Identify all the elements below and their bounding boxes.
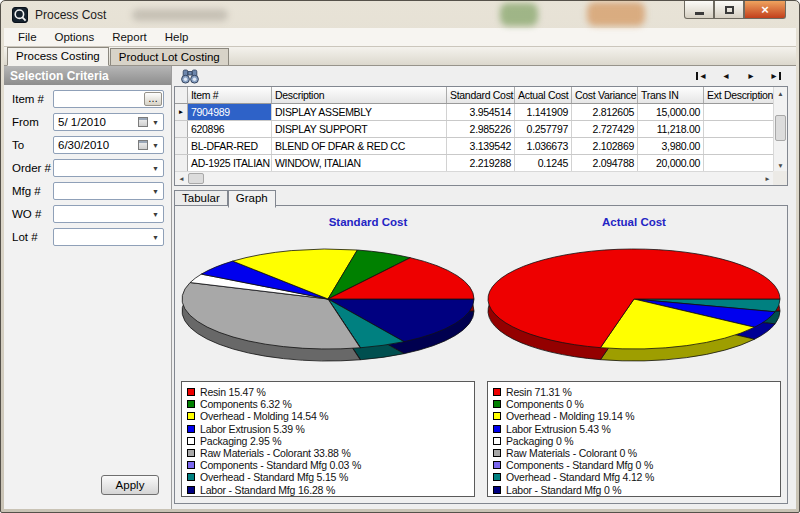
grid-cell[interactable]: DISPLAY ASSEMBLY: [272, 104, 447, 120]
next-record-button[interactable]: ►: [743, 69, 759, 82]
grid-horizontal-scrollbar[interactable]: ◄ ►: [175, 171, 774, 185]
grid-cell[interactable]: 1.141909: [515, 104, 572, 120]
column-header-6[interactable]: Trans IN: [638, 87, 704, 103]
grid-cell[interactable]: 0.257797: [515, 121, 572, 137]
scrollbar-thumb[interactable]: [775, 115, 786, 141]
legend-item: Overhead - Standard Mfg 4.12 %: [493, 471, 780, 483]
menu-help[interactable]: Help: [156, 29, 198, 46]
grid-vertical-scrollbar[interactable]: ▲ ▼: [773, 87, 787, 172]
grid-cell[interactable]: 0.1245: [515, 155, 572, 171]
field-row-lot-number: Lot #▼: [12, 228, 164, 246]
grid-cell[interactable]: 3.139542: [447, 138, 515, 154]
standard-cost-legend: Resin 15.47 %Components 6.32 %Overhead -…: [181, 381, 475, 497]
table-row[interactable]: ►7904989DISPLAY ASSEMBLY3.9545141.141909…: [175, 104, 774, 121]
first-record-icon: ◄: [699, 71, 707, 81]
grid-cell[interactable]: BLEND OF DFAR & RED CC: [272, 138, 447, 154]
tab-tabular[interactable]: Tabular: [174, 190, 228, 206]
wo-number-input[interactable]: ▼: [53, 205, 164, 223]
row-selector[interactable]: [175, 155, 188, 171]
grid-cell[interactable]: 20,000.00: [638, 155, 704, 171]
legend-swatch: [187, 461, 195, 469]
scrollbar-thumb[interactable]: [188, 173, 204, 184]
legend-item: Raw Materials - Colorant 0 %: [493, 447, 780, 459]
calendar-icon[interactable]: [138, 140, 148, 150]
grid-cell[interactable]: AD-1925 ITALIAN: [188, 155, 272, 171]
legend-label: Components 0 %: [506, 398, 584, 410]
grid-cell[interactable]: DISPLAY SUPPORT: [272, 121, 447, 137]
previous-record-button[interactable]: ◄: [718, 69, 734, 82]
legend-label: Packaging 2.95 %: [200, 435, 281, 447]
lot-number-label: Lot #: [12, 231, 53, 243]
title-bar[interactable]: Process Cost ×: [4, 1, 796, 28]
find-icon[interactable]: [180, 68, 200, 85]
grid-cell[interactable]: 11,218.00: [638, 121, 704, 137]
scroll-left-icon[interactable]: ◄: [175, 172, 188, 185]
grid-cell[interactable]: WINDOW, ITALIAN: [272, 155, 447, 171]
grid-cell[interactable]: 2.985226: [447, 121, 515, 137]
chevron-down-icon[interactable]: ▼: [150, 188, 163, 195]
standard-cost-chart: Standard Cost Resin 15.47 %Components 6.…: [175, 206, 481, 503]
last-record-button[interactable]: ►: [768, 69, 784, 82]
ellipsis-button[interactable]: …: [144, 92, 162, 106]
first-record-button[interactable]: ◄: [693, 69, 709, 82]
tab-graph[interactable]: Graph: [228, 190, 276, 208]
scroll-up-icon[interactable]: ▲: [774, 87, 787, 100]
column-header-7[interactable]: Ext Description: [704, 87, 774, 103]
minimize-button[interactable]: [684, 1, 714, 19]
grid-cell[interactable]: 1.036673: [515, 138, 572, 154]
grid-cell[interactable]: [704, 104, 774, 120]
grid-cell[interactable]: [704, 138, 774, 154]
row-selector[interactable]: ►: [175, 104, 188, 120]
grid-cell[interactable]: 3,980.00: [638, 138, 704, 154]
grid-cell[interactable]: 620896: [188, 121, 272, 137]
chevron-down-icon[interactable]: ▼: [150, 211, 163, 218]
table-row[interactable]: BL-DFAR-REDBLEND OF DFAR & RED CC3.13954…: [175, 138, 774, 155]
grid-cell[interactable]: 2.102869: [572, 138, 638, 154]
apply-button[interactable]: Apply: [101, 475, 159, 495]
table-row[interactable]: 620896DISPLAY SUPPORT2.9852260.2577972.7…: [175, 121, 774, 138]
column-header-1[interactable]: Item #: [188, 87, 272, 103]
menu-report[interactable]: Report: [103, 29, 156, 46]
chevron-down-icon[interactable]: ▼: [150, 234, 163, 241]
field-row-wo-number: WO #▼: [12, 205, 164, 223]
legend-swatch: [187, 400, 195, 408]
menu-file[interactable]: File: [9, 29, 46, 46]
row-selector[interactable]: [175, 138, 188, 154]
tab-process-costing[interactable]: Process Costing: [7, 47, 109, 66]
order-number-input[interactable]: ▼: [53, 159, 164, 177]
titlebar-artifact: [587, 2, 645, 26]
tab-product-lot-costing[interactable]: Product Lot Costing: [110, 48, 229, 65]
close-button[interactable]: ×: [744, 1, 786, 19]
chevron-down-icon[interactable]: ▼: [150, 165, 163, 172]
from-date-input[interactable]: 5/ 1/2010▼: [53, 113, 164, 131]
grid-cell[interactable]: 2.094788: [572, 155, 638, 171]
grid-cell[interactable]: [704, 121, 774, 137]
column-header-4[interactable]: Actual Cost: [515, 87, 572, 103]
row-selector[interactable]: [175, 121, 188, 137]
grid-cell[interactable]: 3.954514: [447, 104, 515, 120]
maximize-button[interactable]: [714, 1, 744, 19]
column-header-2[interactable]: Description: [272, 87, 447, 103]
grid-cell[interactable]: 15,000.00: [638, 104, 704, 120]
grid-cell[interactable]: [704, 155, 774, 171]
mfg-number-input[interactable]: ▼: [53, 182, 164, 200]
legend-label: Labor - Standard Mfg 16.28 %: [200, 484, 335, 496]
grid-cell[interactable]: 7904989: [188, 104, 272, 120]
to-date-input[interactable]: 6/30/2010▼: [53, 136, 164, 154]
column-header-3[interactable]: Standard Cost: [447, 87, 515, 103]
legend-label: Components - Standard Mfg 0 %: [506, 459, 653, 471]
chevron-down-icon[interactable]: ▼: [150, 142, 163, 149]
legend-swatch: [187, 486, 195, 494]
grid-cell[interactable]: 2.812605: [572, 104, 638, 120]
legend-label: Components - Standard Mfg 0.03 %: [200, 459, 361, 471]
calendar-icon[interactable]: [138, 117, 148, 127]
item-number-input[interactable]: …: [53, 90, 164, 108]
menu-options[interactable]: Options: [46, 29, 104, 46]
lot-number-input[interactable]: ▼: [53, 228, 164, 246]
table-row[interactable]: AD-1925 ITALIANWINDOW, ITALIAN2.2192880.…: [175, 155, 774, 171]
column-header-5[interactable]: Cost Variance: [572, 87, 638, 103]
chevron-down-icon[interactable]: ▼: [150, 119, 163, 126]
grid-cell[interactable]: BL-DFAR-RED: [188, 138, 272, 154]
grid-cell[interactable]: 2.219288: [447, 155, 515, 171]
grid-cell[interactable]: 2.727429: [572, 121, 638, 137]
